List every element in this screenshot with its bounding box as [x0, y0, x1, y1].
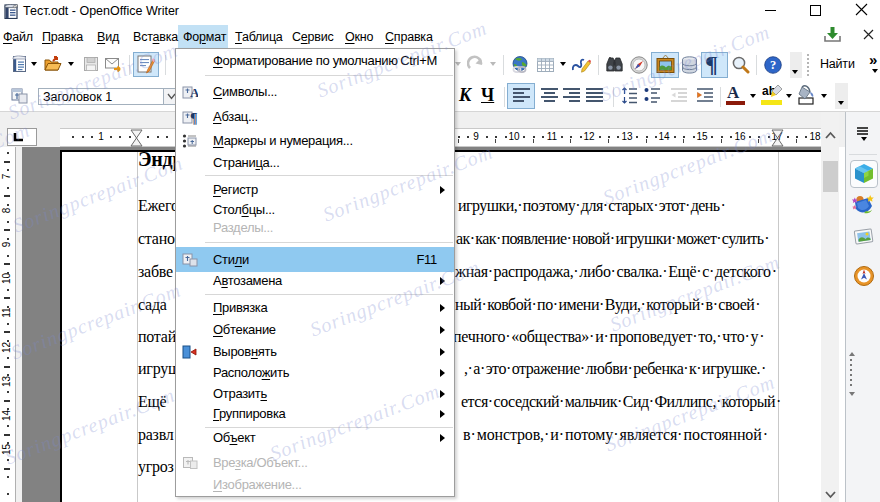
svg-text:?: ? — [770, 58, 776, 72]
svg-text:¶: ¶ — [190, 111, 198, 126]
svg-text:A: A — [190, 85, 198, 100]
